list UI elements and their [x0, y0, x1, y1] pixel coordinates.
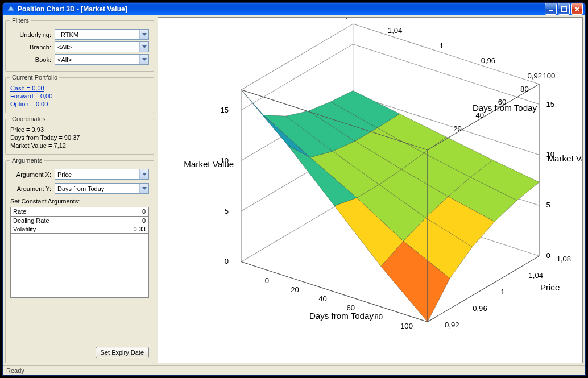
coordinates-group: Coordinates Price = 0,93 Days from Today… — [5, 115, 154, 155]
svg-text:40: 40 — [318, 294, 327, 303]
app-icon — [6, 5, 15, 14]
chevron-down-icon — [139, 42, 148, 52]
svg-text:100: 100 — [543, 72, 555, 80]
svg-marker-5 — [142, 33, 147, 36]
coord-mv: Market Value = 7,12 — [10, 142, 149, 149]
svg-text:0,92: 0,92 — [445, 321, 459, 330]
status-text: Ready — [6, 367, 24, 374]
constants-table[interactable]: Rate0 Dealing Rate0 Volatility0,33 — [11, 207, 148, 234]
book-value: <All> — [57, 56, 72, 63]
svg-text:20: 20 — [291, 286, 299, 294]
svg-marker-7 — [142, 58, 147, 61]
svg-line-17 — [241, 24, 353, 90]
set-expiry-button[interactable]: Set Expiry Date — [96, 347, 149, 358]
table-row: Rate0 — [11, 207, 148, 216]
table-row: Dealing Rate0 — [11, 216, 148, 225]
svg-text:1,04: 1,04 — [528, 272, 543, 280]
svg-text:1,08: 1,08 — [341, 18, 355, 20]
svg-text:15: 15 — [220, 106, 229, 114]
const-value[interactable]: 0 — [107, 207, 148, 216]
svg-text:80: 80 — [375, 313, 383, 321]
arguments-group: Arguments Argument X: Price Argument Y: … — [5, 157, 154, 363]
argx-combo[interactable]: Price — [55, 169, 149, 180]
svg-text:5: 5 — [546, 201, 550, 210]
argy-combo[interactable]: Days from Today — [55, 183, 149, 194]
svg-marker-6 — [142, 45, 147, 48]
svg-rect-2 — [562, 7, 566, 11]
maximize-button[interactable] — [558, 3, 570, 15]
const-value[interactable]: 0,33 — [107, 225, 148, 233]
chevron-down-icon — [139, 30, 148, 39]
book-label: Book: — [10, 56, 51, 63]
chevron-down-icon — [139, 169, 148, 179]
client-area: Filters Underlying: _RTKM Branch: <All> — [3, 15, 585, 365]
svg-marker-0 — [7, 6, 14, 11]
chart-svg: 0055101015151,081,0410,960,9220406080100… — [158, 18, 582, 363]
svg-text:1: 1 — [440, 41, 444, 50]
window-title: Position Chart 3D - [Market Value] — [18, 5, 545, 13]
const-name: Dealing Rate — [11, 216, 107, 225]
portfolio-legend: Current Portfolio — [10, 74, 59, 81]
const-name: Rate — [11, 207, 107, 216]
underlying-combo[interactable]: _RTKM — [55, 29, 149, 40]
svg-text:Market Value: Market Value — [184, 159, 234, 169]
svg-text:0: 0 — [546, 252, 550, 260]
svg-text:5: 5 — [225, 207, 229, 215]
svg-text:20: 20 — [453, 124, 462, 133]
svg-marker-9 — [142, 187, 147, 190]
coordinates-legend: Coordinates — [10, 115, 47, 122]
constants-label: Set Constant Arguments: — [10, 198, 149, 205]
filters-group: Filters Underlying: _RTKM Branch: <All> — [5, 17, 154, 72]
portfolio-cash-link[interactable]: Cash = 0,00 — [10, 84, 149, 92]
underlying-value: _RTKM — [57, 31, 78, 38]
chevron-down-icon — [139, 184, 148, 193]
book-combo[interactable]: <All> — [55, 54, 149, 65]
coord-price: Price = 0,93 — [10, 126, 149, 134]
svg-text:Price: Price — [540, 283, 560, 292]
branch-value: <All> — [57, 44, 72, 51]
branch-label: Branch: — [10, 44, 51, 51]
app-window: Position Chart 3D - [Market Value] Filte… — [2, 2, 586, 376]
portfolio-option-link[interactable]: Option = 0,00 — [10, 100, 149, 108]
constants-table-container: Rate0 Dealing Rate0 Volatility0,33 — [10, 207, 149, 298]
close-button[interactable] — [571, 3, 583, 15]
portfolio-forward-link[interactable]: Forward = 0,00 — [10, 92, 149, 100]
svg-text:1,04: 1,04 — [388, 27, 402, 35]
svg-rect-1 — [549, 10, 553, 11]
branch-combo[interactable]: <All> — [55, 41, 149, 52]
left-panel: Filters Underlying: _RTKM Branch: <All> — [5, 17, 154, 363]
svg-text:Days from Today: Days from Today — [309, 311, 374, 321]
svg-text:0,96: 0,96 — [481, 57, 495, 65]
titlebar[interactable]: Position Chart 3D - [Market Value] — [3, 3, 585, 15]
svg-text:15: 15 — [546, 100, 554, 109]
svg-text:0,96: 0,96 — [473, 305, 487, 313]
table-row: Volatility0,33 — [11, 225, 148, 233]
const-value[interactable]: 0 — [107, 216, 148, 225]
svg-text:Days from Today: Days from Today — [473, 103, 537, 113]
chart-3d[interactable]: 0055101015151,081,0410,960,9220406080100… — [158, 17, 583, 363]
svg-text:0: 0 — [225, 257, 229, 266]
svg-text:0,92: 0,92 — [528, 72, 542, 80]
arguments-legend: Arguments — [10, 157, 44, 164]
portfolio-group: Current Portfolio Cash = 0,00 Forward = … — [5, 74, 154, 113]
minimize-button[interactable] — [545, 3, 557, 15]
argy-value: Days from Today — [57, 185, 104, 192]
argy-label: Argument Y: — [10, 185, 51, 192]
svg-marker-8 — [142, 173, 147, 176]
svg-text:1,08: 1,08 — [557, 255, 571, 264]
svg-text:0: 0 — [265, 277, 269, 285]
svg-line-18 — [353, 24, 540, 84]
svg-text:1: 1 — [500, 288, 504, 297]
svg-line-26 — [353, 44, 540, 105]
svg-text:100: 100 — [400, 322, 413, 330]
underlying-label: Underlying: — [10, 31, 51, 38]
const-name: Volatility — [11, 225, 107, 233]
argx-label: Argument X: — [10, 171, 51, 178]
argx-value: Price — [57, 171, 72, 178]
svg-text:80: 80 — [520, 85, 529, 93]
filters-legend: Filters — [10, 17, 31, 24]
status-bar: Ready — [3, 365, 585, 375]
chevron-down-icon — [139, 55, 148, 64]
coord-days: Days from Today = 90,37 — [10, 134, 149, 142]
svg-text:Market Value: Market Value — [548, 153, 582, 163]
